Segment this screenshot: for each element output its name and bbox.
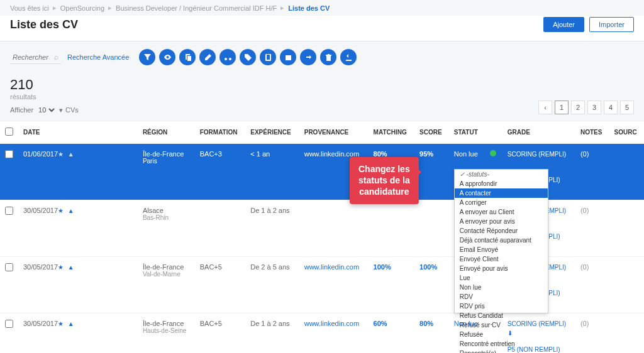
status-option[interactable]: RDV: [455, 292, 548, 301]
col-blank[interactable]: [84, 121, 138, 144]
col-EXPÉRIENCE[interactable]: EXPÉRIENCE: [245, 121, 299, 144]
filter-icon[interactable]: [139, 49, 155, 65]
col-NOTES[interactable]: NOTES: [575, 121, 609, 144]
cell-matching: [369, 200, 414, 257]
callout-line: candidature: [359, 187, 409, 197]
cell-notes: (0): [575, 200, 609, 257]
status-option[interactable]: A corriger: [455, 198, 548, 207]
cell-source: [609, 313, 644, 354]
status-option[interactable]: Déjà contacté auparavant: [455, 236, 548, 245]
delete-icon[interactable]: [320, 49, 336, 65]
page-‹[interactable]: ‹: [538, 100, 552, 114]
cell-notes: (0): [575, 144, 609, 200]
page-2[interactable]: 2: [571, 100, 585, 114]
cell-statut[interactable]: Non lue-statuts-A approfondirA contacter…: [449, 144, 485, 200]
search-box: ⌕: [10, 51, 61, 64]
calendar-icon[interactable]: [280, 49, 296, 65]
tag-icon[interactable]: [240, 49, 256, 65]
row-checkbox[interactable]: [5, 263, 13, 271]
cell-score: 100%: [414, 257, 449, 313]
breadcrumb: Vous êtes ici ▸ OpenSourcing ▸ Business …: [0, 0, 644, 16]
select-all-checkbox[interactable]: [5, 128, 13, 136]
cell-notes: (0): [575, 313, 609, 354]
search-icon[interactable]: ⌕: [54, 53, 58, 62]
eye-icon[interactable]: [159, 49, 175, 65]
status-option[interactable]: Email Envoyé: [455, 245, 548, 254]
status-option[interactable]: Non lue: [455, 283, 548, 292]
cell-region: Île-de-FranceParis: [138, 144, 195, 200]
cut-icon[interactable]: [219, 49, 236, 65]
col-STATUT[interactable]: STATUT: [449, 121, 485, 144]
status-option[interactable]: Rencontré(e): [455, 349, 548, 353]
page-size-select[interactable]: 10: [36, 106, 57, 114]
status-option-header: -statuts-: [455, 170, 548, 179]
page-4[interactable]: 4: [604, 100, 618, 114]
breadcrumb-sep: ▸: [108, 4, 112, 12]
col-DATE[interactable]: DATE: [18, 121, 84, 144]
tooltip-callout: Changez les statuts de la candidature: [350, 157, 419, 204]
breadcrumb-item[interactable]: OpenSourcing: [60, 4, 104, 12]
breadcrumb-sep: ▸: [53, 4, 57, 12]
page-5[interactable]: 5: [620, 100, 634, 114]
edit-icon[interactable]: [199, 49, 216, 65]
import-button[interactable]: Importer: [589, 17, 634, 32]
breadcrumb-current: Liste des CV: [288, 4, 330, 12]
page-1[interactable]: 1: [555, 100, 569, 114]
status-option[interactable]: A contacter: [455, 188, 548, 198]
cell-region: Île-de-FranceHauts-de-Seine: [138, 313, 195, 354]
status-option[interactable]: Refusé sur CV: [455, 320, 548, 330]
page-size: Afficher 10 ▾ CVs: [10, 106, 79, 114]
status-dropdown[interactable]: -statuts-A approfondirA contacterA corri…: [454, 169, 548, 313]
status-option[interactable]: RDV pris: [455, 301, 548, 311]
row-indicators-icon: ★ ▲: [58, 151, 75, 158]
cv-table: DATERÉGIONFORMATIONEXPÉRIENCEPROVENANCEM…: [0, 121, 644, 353]
col-SCORE[interactable]: SCORE: [414, 121, 449, 144]
phone-icon[interactable]: [260, 49, 276, 65]
results-count: 210: [10, 77, 79, 93]
pagination: ‹12345: [538, 100, 634, 114]
breadcrumb-here: Vous êtes ici: [10, 4, 49, 12]
share-icon[interactable]: [300, 49, 316, 65]
advanced-search-link[interactable]: Recherche Avancée: [67, 53, 129, 61]
row-checkbox[interactable]: [5, 320, 13, 328]
page-3[interactable]: 3: [587, 100, 601, 114]
col-PROVENANCE[interactable]: PROVENANCE: [299, 121, 369, 144]
breadcrumb-item[interactable]: Business Developer / Ingénieur Commercia…: [116, 4, 277, 12]
col-RÉGION[interactable]: RÉGION: [138, 121, 195, 144]
status-option[interactable]: Lue: [455, 273, 548, 283]
col-SOURC[interactable]: SOURC: [609, 121, 644, 144]
cell-matching: 60%: [369, 313, 414, 354]
row-checkbox[interactable]: [5, 207, 13, 215]
status-option[interactable]: Rencontré entretien: [455, 339, 548, 349]
download-icon[interactable]: [340, 49, 357, 65]
status-option[interactable]: Envoyé Client: [455, 254, 548, 264]
search-input[interactable]: [13, 53, 50, 61]
col-blank[interactable]: [485, 121, 502, 144]
download-icon[interactable]: ⬇: [508, 160, 570, 168]
copy-icon[interactable]: [179, 49, 196, 65]
status-option[interactable]: A envoyer pour avis: [455, 217, 548, 226]
table-row[interactable]: 01/06/2017★ ▲Île-de-FranceParisBAC+3< 1 …: [0, 144, 644, 200]
col-GRADE[interactable]: GRADE: [502, 121, 575, 144]
cell-name: [84, 313, 138, 354]
status-option[interactable]: A approfondir: [455, 179, 548, 188]
row-checkbox[interactable]: [5, 150, 13, 158]
status-option[interactable]: Refus Candidat: [455, 311, 548, 320]
results-label: résultats: [10, 93, 79, 100]
status-option[interactable]: A envoyer au Client: [455, 207, 548, 217]
col-FORMATION[interactable]: FORMATION: [195, 121, 246, 144]
cell-date: 30/05/2017★ ▲: [18, 257, 84, 313]
cell-formation: [195, 200, 246, 257]
col-MATCHING[interactable]: MATCHING: [369, 121, 414, 144]
status-option[interactable]: Envoyé pour avis: [455, 264, 548, 273]
status-option[interactable]: Contacté Répondeur: [455, 226, 548, 236]
add-button[interactable]: Ajouter: [543, 17, 584, 32]
cell-formation: BAC+5: [195, 313, 246, 354]
cell-date: 30/05/2017★ ▲: [18, 200, 84, 257]
cell-region: Île-de-FranceVal-de-Marne: [138, 257, 195, 313]
cell-date: 01/06/2017★ ▲: [18, 144, 84, 200]
cell-formation: BAC+3: [195, 144, 246, 200]
status-option[interactable]: Refusée: [455, 330, 548, 339]
results-meta: 210 résultats Afficher 10 ▾ CVs ‹12345: [0, 73, 644, 121]
status-dot-icon: [490, 150, 496, 156]
